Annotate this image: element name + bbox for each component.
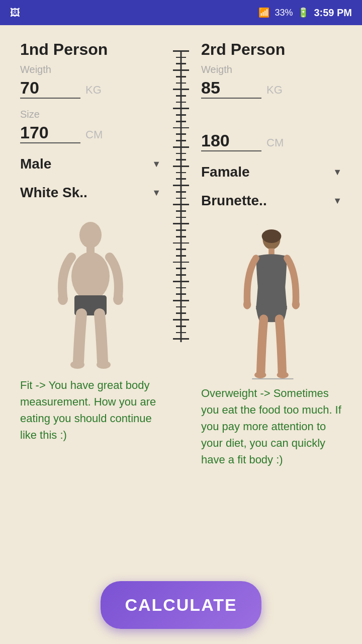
person1-skin-dropdown[interactable]: White Sk.. ▼ [20,182,161,203]
svg-point-12 [292,299,300,309]
person1-result: Fit -> You have great body measurement. … [20,377,161,443]
two-column-layout: 1nd Person Weigth KG Size CM Male ▼ Whit… [15,40,347,468]
person2-size-unit: CM [266,136,284,149]
person2-skin-arrow: ▼ [333,196,342,206]
person2-weight-unit: KG [266,84,283,97]
person1-skin-arrow: ▼ [152,188,161,198]
female-body-svg [241,229,302,380]
person1-size-label: Size [20,109,161,120]
male-body-svg [55,221,126,372]
svg-point-11 [243,299,251,309]
calculate-button[interactable]: CALCULATE [101,581,261,629]
person1-label: 1nd Person [20,40,161,59]
svg-point-14 [277,372,289,379]
person2-weight-row: KG [201,78,342,99]
person2-gender-dropdown[interactable]: Famale ▼ [201,162,342,183]
person2-result: Overweight -> Sometimes you eat the food… [201,385,342,468]
person1-size-row: CM [20,123,161,143]
battery-icon: 🔋 [298,7,309,18]
person2-size-input[interactable] [201,131,261,151]
svg-point-2 [71,252,110,300]
person1-weight-label: Weigth [20,64,161,75]
svg-point-0 [79,222,102,248]
status-bar: 🖼 📶 33% 🔋 3:59 PM [0,0,362,25]
status-time: 3:59 PM [314,7,352,19]
svg-point-7 [97,361,111,369]
svg-point-5 [113,293,123,305]
svg-point-6 [70,361,84,369]
person1-weight-input[interactable] [20,78,80,99]
person1-figure [20,211,161,372]
person1-gender-value: Male [20,156,51,172]
person1-weight-unit: KG [85,84,102,97]
person2-skin-dropdown[interactable]: Brunette.. ▼ [201,190,342,211]
person2-weight-label: Weigth [201,64,342,75]
person2-gender-value: Famale [201,164,250,180]
person2-skin-value: Brunette.. [201,193,267,209]
person2-size-row: CM [201,131,342,151]
svg-point-13 [254,372,266,379]
photo-icon: 🖼 [10,7,20,19]
main-content: 1nd Person Weigth KG Size CM Male ▼ Whit… [0,25,362,528]
battery-percent: 33% [275,8,293,18]
person2-weight-input[interactable] [201,78,261,99]
calculate-btn-container: CALCULATE [101,581,261,629]
person1-size-input[interactable] [20,123,80,143]
svg-point-4 [58,293,68,305]
signal-bars: 📶 [258,7,269,18]
person1-skin-value: White Sk.. [20,185,87,201]
person2-figure [201,219,342,380]
person1-size-unit: CM [85,128,103,141]
ruler-ticks [173,50,189,342]
center-ruler [166,40,196,468]
person1-gender-dropdown[interactable]: Male ▼ [20,153,161,175]
person2-column: 2rd Person Weigth KG CM Famale ▼ Brunett… [196,40,347,468]
person1-gender-arrow: ▼ [152,159,161,170]
person2-gender-arrow: ▼ [333,167,342,178]
svg-rect-10 [268,249,275,256]
person1-column: 1nd Person Weigth KG Size CM Male ▼ Whit… [15,40,166,468]
person2-label: 2rd Person [201,40,342,59]
svg-point-9 [262,229,282,243]
person1-weight-row: KG [20,78,161,99]
ruler-vline [180,50,182,342]
